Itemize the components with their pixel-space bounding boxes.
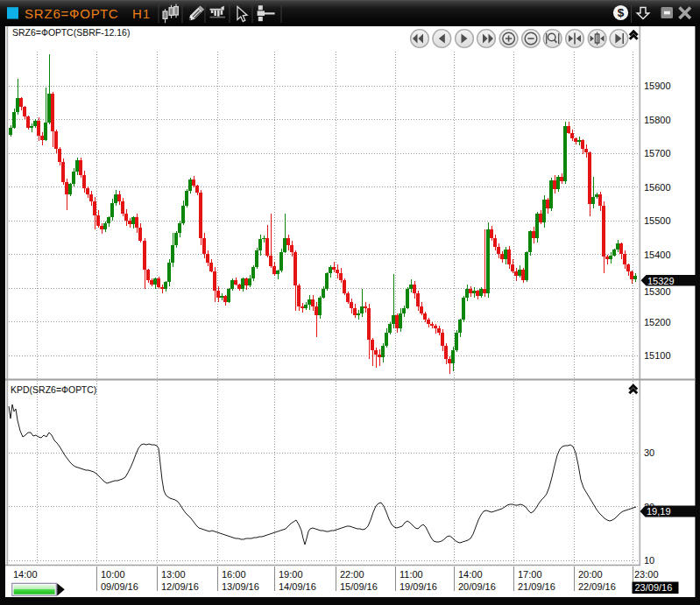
svg-text:SRZ6=ФОРТС(SBRF-12.16): SRZ6=ФОРТС(SBRF-12.16) — [12, 27, 130, 38]
svg-text:13/09/16: 13/09/16 — [222, 581, 259, 592]
svg-text:16:00: 16:00 — [222, 569, 246, 580]
svg-text:14/09/16: 14/09/16 — [279, 581, 316, 592]
svg-text:15600: 15600 — [644, 182, 671, 193]
svg-text:19,19: 19,19 — [647, 506, 671, 517]
svg-text:15900: 15900 — [644, 81, 671, 91]
svg-text:$: $ — [618, 6, 625, 19]
svg-text:17:00: 17:00 — [518, 569, 542, 580]
svg-text:15800: 15800 — [644, 115, 671, 125]
svg-text:22/09/16: 22/09/16 — [578, 581, 616, 592]
svg-text:15200: 15200 — [644, 317, 671, 327]
svg-text:20/09/16: 20/09/16 — [458, 581, 496, 592]
svg-text:22:00: 22:00 — [340, 569, 364, 580]
svg-text:23:00: 23:00 — [634, 569, 659, 580]
svg-text:15500: 15500 — [644, 215, 671, 226]
svg-text:21/09/16: 21/09/16 — [518, 581, 555, 592]
svg-text:10:00: 10:00 — [101, 569, 125, 580]
svg-text:SRZ6=ФОРТС: SRZ6=ФОРТС — [25, 6, 119, 21]
svg-text:14:00: 14:00 — [458, 569, 483, 580]
svg-text:09/09/16: 09/09/16 — [101, 581, 138, 592]
svg-text:H1: H1 — [132, 6, 151, 21]
svg-text:19/09/16: 19/09/16 — [399, 581, 437, 592]
svg-text:14:00: 14:00 — [13, 569, 38, 580]
svg-text:13:00: 13:00 — [161, 569, 186, 580]
svg-text:11:00: 11:00 — [399, 569, 423, 580]
svg-text:23/09/16: 23/09/16 — [635, 582, 673, 593]
svg-text:15329: 15329 — [647, 276, 675, 286]
svg-text:10: 10 — [644, 555, 654, 566]
svg-text:KPD(SRZ6=ФОРТС): KPD(SRZ6=ФОРТС) — [11, 384, 96, 395]
svg-text:15700: 15700 — [644, 148, 671, 158]
svg-text:15/09/16: 15/09/16 — [340, 581, 378, 592]
svg-text:30: 30 — [644, 447, 654, 458]
svg-text:19:00: 19:00 — [279, 569, 303, 580]
svg-text:15300: 15300 — [644, 286, 671, 297]
svg-text:12/09/16: 12/09/16 — [161, 581, 199, 592]
svg-text:20:00: 20:00 — [578, 569, 603, 580]
svg-text:15100: 15100 — [644, 350, 671, 361]
svg-text:15400: 15400 — [644, 250, 671, 260]
